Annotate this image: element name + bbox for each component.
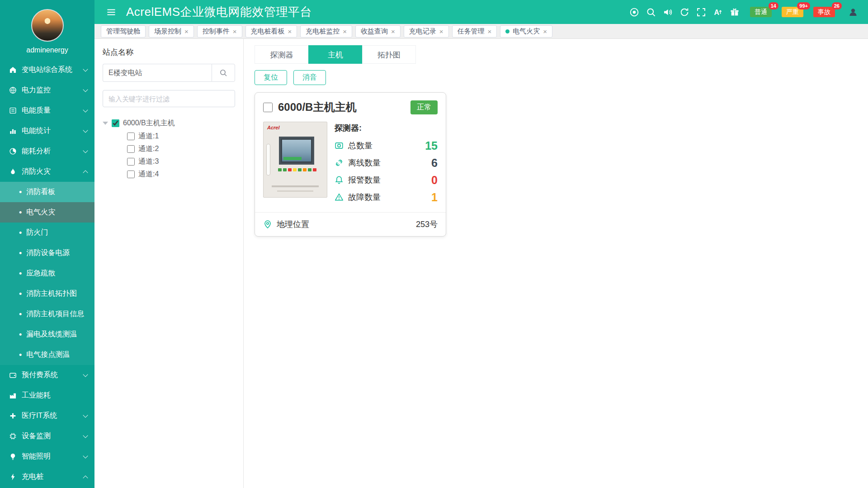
sidebar-item-substation-system[interactable]: 变电站综合系统	[0, 60, 94, 80]
submenu-item-fire-host-project-info[interactable]: • 消防主机项目信息	[0, 304, 94, 324]
tree-node-channel-3[interactable]: 通道:3	[103, 155, 235, 168]
theme-icon[interactable]	[629, 7, 639, 17]
close-icon[interactable]: ×	[343, 28, 347, 35]
refresh-icon[interactable]	[679, 7, 689, 17]
sidebar-item-label: 电力监控	[22, 85, 79, 95]
alarm-chip-normal[interactable]: 普通 14	[750, 7, 772, 17]
tab-task-management[interactable]: 任务管理 ×	[452, 25, 497, 38]
submenu-item-fire-equipment-power[interactable]: • 消防设备电源	[0, 243, 94, 263]
site-search-button[interactable]	[212, 64, 235, 82]
tree-child-checkbox[interactable]	[127, 171, 135, 178]
site-search-input[interactable]	[103, 64, 212, 82]
gift-icon[interactable]	[730, 7, 740, 17]
tree-node-channel-1[interactable]: 通道:1	[103, 130, 235, 142]
tab-management-cockpit[interactable]: 管理驾驶舱	[101, 25, 146, 38]
sidebar-item-power-monitoring[interactable]: 电力监控	[0, 80, 94, 100]
tab-charging-monitoring[interactable]: 充电桩监控 ×	[300, 25, 352, 38]
pie-chart-icon	[9, 147, 17, 155]
submenu-item-fire-door[interactable]: • 防火门	[0, 223, 94, 243]
stat-label: 总数量	[348, 140, 373, 151]
sidebar-item-charging-pile[interactable]: 充电桩	[0, 467, 94, 487]
sidebar-item-label: 医疗IT系统	[22, 411, 79, 421]
action-buttons: 复位 消音	[255, 70, 868, 85]
stat-fault-row: 故障数量 1	[335, 189, 438, 206]
sidebar-item-device-monitoring[interactable]: 设备监测	[0, 426, 94, 446]
search-icon	[219, 69, 227, 77]
sidebar-item-industrial-energy[interactable]: 工业能耗	[0, 385, 94, 406]
bullet-icon: •	[19, 331, 22, 339]
tab-scene-control[interactable]: 场景控制 ×	[149, 25, 194, 38]
alarm-chip-accident[interactable]: 事故 26	[813, 7, 835, 17]
bullet-icon: •	[19, 310, 22, 318]
tree-child-checkbox[interactable]	[127, 133, 135, 140]
volume-icon[interactable]	[663, 7, 673, 17]
location-pin-icon	[263, 220, 272, 229]
tab-revenue-query[interactable]: 收益查询 ×	[355, 25, 401, 38]
sidebar-item-prepaid-system[interactable]: 预付费系统	[0, 365, 94, 385]
mute-button[interactable]: 消音	[293, 70, 326, 85]
alarm-chip-severe[interactable]: 严重 99+	[782, 7, 803, 17]
submenu-item-emergency-evacuation[interactable]: • 应急疏散	[0, 263, 94, 284]
tree-node-label: 通道:4	[138, 170, 159, 179]
sidebar-item-medical-it[interactable]: 医疗IT系统	[0, 406, 94, 426]
user-icon[interactable]	[848, 7, 858, 17]
tree-filter-input[interactable]	[103, 90, 235, 107]
tab-charging-records[interactable]: 充电记录 ×	[404, 25, 449, 38]
menu-toggle-button[interactable]	[104, 5, 118, 19]
font-size-icon[interactable]: A	[713, 7, 723, 17]
fullscreen-icon[interactable]	[696, 7, 706, 17]
tab-control-events[interactable]: 控制事件 ×	[197, 25, 242, 38]
host-select-checkbox[interactable]	[263, 103, 273, 112]
stat-value: 1	[431, 191, 438, 204]
caret-down-icon[interactable]	[103, 122, 108, 125]
submenu-item-fire-host-topology[interactable]: • 消防主机拓扑图	[0, 284, 94, 304]
reset-button[interactable]: 复位	[255, 70, 287, 85]
chevron-up-icon	[83, 170, 88, 175]
submenu-item-fire-dashboard[interactable]: • 消防看板	[0, 182, 94, 202]
tree-node-label: 通道:3	[138, 157, 159, 166]
tree-node-channel-4[interactable]: 通道:4	[103, 168, 235, 180]
close-icon[interactable]: ×	[391, 28, 395, 35]
close-icon[interactable]: ×	[439, 28, 443, 35]
main-column: AcrelEMS企业微电网能效管理平台 A 普通 14 严重 99+	[94, 0, 868, 488]
chip-count-badge: 99+	[797, 2, 810, 9]
submenu-item-leakage-cable-temperature[interactable]: • 漏电及线缆测温	[0, 324, 94, 345]
bar-chart-icon	[9, 127, 17, 135]
tab-label: 管理驾驶舱	[106, 27, 140, 36]
fire-safety-submenu: • 消防看板 • 电气火灾 • 防火门 • 消防设备电源 • 应急疏散	[0, 182, 94, 365]
sidebar-item-power-quality[interactable]: 电能质量	[0, 100, 94, 121]
host-card[interactable]: 6000/B主机主机 正常 Acrel	[255, 92, 446, 237]
close-icon[interactable]: ×	[233, 28, 237, 35]
fire-icon	[9, 168, 17, 175]
tree-root-checkbox[interactable]	[112, 119, 119, 127]
tree-node-root[interactable]: 6000/B主机主机	[103, 116, 235, 130]
sidebar-item-energy-analysis[interactable]: 能耗分析	[0, 141, 94, 161]
tab-detectors[interactable]: 探测器	[255, 45, 308, 64]
close-icon[interactable]: ×	[543, 28, 547, 35]
profile-block: adminenergy	[0, 0, 94, 60]
submenu-item-electrical-fire[interactable]: • 电气火灾	[0, 202, 94, 223]
bullet-icon: •	[19, 188, 22, 196]
close-icon[interactable]: ×	[184, 28, 189, 35]
sidebar-item-power-statistics[interactable]: 电能统计	[0, 121, 94, 141]
tree-child-checkbox[interactable]	[127, 158, 135, 166]
sidebar-item-fire-safety[interactable]: 消防火灾	[0, 161, 94, 182]
tab-charging-dashboard[interactable]: 充电桩看板 ×	[245, 25, 297, 38]
close-icon[interactable]: ×	[288, 28, 292, 35]
tab-label: 充电桩监控	[306, 27, 340, 36]
sidebar-item-smart-lighting[interactable]: 智能照明	[0, 446, 94, 467]
tree-child-checkbox[interactable]	[127, 145, 135, 153]
tree-node-channel-2[interactable]: 通道:2	[103, 142, 235, 155]
tab-label: 收益查询	[361, 27, 388, 36]
submenu-item-electrical-contact-temperature[interactable]: • 电气接点测温	[0, 345, 94, 365]
bullet-icon: •	[19, 351, 22, 359]
tab-electrical-fire[interactable]: 电气火灾 ×	[500, 25, 552, 38]
tab-label: 充电记录	[409, 27, 436, 36]
tab-topology[interactable]: 拓扑图	[362, 45, 416, 64]
status-badge: 正常	[410, 100, 438, 114]
sidebar: adminenergy 变电站综合系统 电力监控 电能质量 电能统计	[0, 0, 94, 488]
search-icon[interactable]	[646, 7, 656, 17]
close-icon[interactable]: ×	[488, 28, 492, 35]
tab-label: 任务管理	[458, 27, 485, 36]
tab-host[interactable]: 主机	[308, 45, 362, 64]
